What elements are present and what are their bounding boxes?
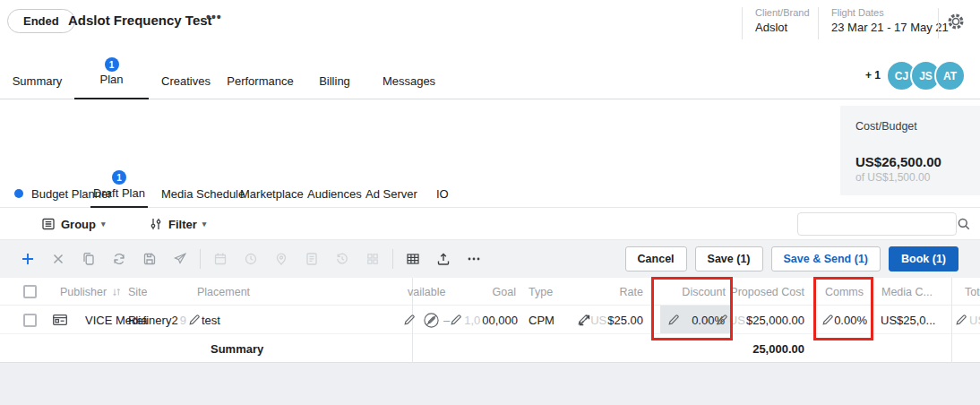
col-header-site[interactable]: Site: [128, 278, 148, 306]
save-icon[interactable]: [134, 240, 165, 278]
pane-divider: [951, 278, 952, 363]
edit-pencil-icon[interactable]: [188, 314, 201, 326]
subtab-audiences-label: Audiences: [307, 187, 362, 201]
tab-billing[interactable]: Billing: [297, 54, 372, 99]
cell-total[interactable]: US: [955, 306, 980, 334]
notes-icon[interactable]: [297, 240, 327, 278]
subtab-draft-plan[interactable]: 1 Draft Plan: [90, 167, 148, 208]
avatar-overflow-count[interactable]: + 1: [865, 69, 881, 82]
summary-proposed-total: 25,000.00: [726, 334, 804, 363]
edit-disabled-icon[interactable]: [423, 306, 440, 334]
subtab-media-schedule-label: Media Schedule: [161, 187, 245, 201]
flight-dates-value: 23 Mar 21 - 17 May 21: [831, 21, 949, 34]
group-dropdown[interactable]: Group ▾: [41, 208, 106, 240]
col-header-publisher-label: Publisher: [60, 286, 107, 298]
avatar-group: CJ JS AT: [886, 60, 966, 91]
cell-rate[interactable]: US$25.00: [573, 306, 643, 334]
col-header-rate[interactable]: Rate: [582, 278, 643, 306]
cell-site-value: Refinery2: [128, 314, 178, 327]
subtab-draft-plan-badge: 1: [112, 170, 126, 185]
col-header-total[interactable]: Tot: [965, 278, 980, 306]
cell-goal-truncated: 1,0: [464, 314, 480, 327]
cell-goal[interactable]: 1,000,000: [446, 306, 518, 334]
tab-billing-label: Billing: [319, 74, 350, 88]
location-icon[interactable]: [266, 240, 297, 278]
search-icon[interactable]: [957, 217, 971, 231]
toolbar-divider: [392, 249, 393, 269]
cell-placement: test: [202, 306, 220, 334]
tab-creatives-label: Creatives: [161, 74, 211, 88]
add-icon[interactable]: [13, 240, 43, 278]
cells-icon[interactable]: [357, 240, 388, 278]
col-header-media-cost[interactable]: Media C...: [881, 278, 933, 306]
tab-performance[interactable]: Performance: [223, 54, 297, 99]
subtab-io[interactable]: IO: [436, 167, 449, 208]
search-input[interactable]: [798, 213, 957, 235]
cell-rate-currency: US: [590, 314, 606, 327]
tab-plan[interactable]: 1 Plan: [74, 54, 149, 99]
book-button[interactable]: Book (1): [889, 246, 959, 271]
cancel-button[interactable]: Cancel: [625, 246, 687, 271]
table-icon[interactable]: [398, 240, 428, 278]
subtab-audiences[interactable]: Audiences: [307, 167, 362, 208]
flight-dates-label: Flight Dates: [831, 7, 949, 18]
subtab-media-schedule[interactable]: Media Schedule: [161, 167, 245, 208]
row-select-cell: [23, 306, 37, 334]
cell-rate-value: $25.00: [607, 314, 643, 327]
annotation-box-discount: [651, 277, 733, 340]
row-checkbox[interactable]: [23, 314, 37, 327]
history-icon[interactable]: [327, 240, 357, 278]
send-icon[interactable]: [165, 240, 195, 278]
avatar[interactable]: AT: [934, 60, 966, 91]
main-tab-bar: Summary 1 Plan Creatives Performance Bil…: [0, 54, 980, 99]
tab-plan-badge: 1: [105, 57, 119, 72]
export-icon[interactable]: [428, 240, 459, 278]
group-label: Group: [61, 218, 96, 231]
edit-pencil-icon[interactable]: [450, 314, 462, 326]
subtab-ad-server-label: Ad Server: [365, 187, 417, 201]
gear-icon[interactable]: [946, 12, 966, 31]
filter-dropdown[interactable]: Filter ▾: [149, 208, 206, 240]
caret-down-icon: ▾: [101, 220, 106, 228]
col-header-proposed-cost[interactable]: Proposed Cost: [728, 278, 804, 306]
duplicate-icon[interactable]: [73, 240, 104, 278]
flight-dates-block: Flight Dates 23 Mar 21 - 17 May 21: [818, 7, 949, 39]
tab-creatives[interactable]: Creatives: [149, 54, 223, 99]
tab-messages[interactable]: Messages: [372, 54, 446, 99]
col-header-type[interactable]: Type: [529, 278, 553, 306]
subtab-ad-server[interactable]: Ad Server: [365, 167, 417, 208]
cell-site-truncated: 9: [180, 314, 186, 327]
save-button[interactable]: Save (1): [695, 246, 763, 271]
col-header-publisher[interactable]: Publisher: [60, 278, 122, 306]
search-box: [797, 212, 957, 236]
cell-proposed-cost[interactable]: US$25,000.00: [726, 306, 804, 334]
sync-icon[interactable]: [104, 240, 134, 278]
subtab-marketplace[interactable]: Marketplace: [240, 167, 304, 208]
sort-icon[interactable]: [111, 287, 122, 297]
more-icon[interactable]: [459, 240, 489, 278]
col-header-available[interactable]: vailable: [408, 278, 445, 306]
toolbar-divider: [200, 249, 201, 269]
col-header-placement[interactable]: Placement: [197, 278, 250, 306]
save-and-send-button[interactable]: Save & Send (1): [771, 246, 881, 271]
select-all-checkbox[interactable]: [23, 285, 37, 298]
edit-pencil-icon[interactable]: [577, 314, 589, 326]
app-window: Ended Adslot Frequency Test ••• Client/B…: [0, 0, 980, 405]
status-badge: Ended: [7, 9, 75, 33]
tab-summary[interactable]: Summary: [0, 54, 74, 99]
cell-proposed-value: $25,000.00: [746, 314, 804, 327]
title-more-menu[interactable]: •••: [206, 10, 222, 24]
clock-icon[interactable]: [236, 240, 266, 278]
tab-plan-label: Plan: [99, 73, 123, 86]
client-brand-block: Client/Brand Adslot: [742, 7, 810, 39]
status-badge-label: Ended: [23, 14, 59, 28]
delete-icon[interactable]: [43, 240, 73, 278]
cell-goal-value: 00,000: [482, 314, 518, 327]
edit-pencil-icon[interactable]: [403, 306, 416, 334]
grid-controls-row: Group ▾ Filter ▾: [0, 208, 980, 240]
col-header-goal[interactable]: Goal: [448, 278, 516, 306]
page-background: [0, 363, 980, 405]
calendar-icon[interactable]: [205, 240, 236, 278]
cost-budget-label: Cost/Budget: [855, 120, 980, 133]
edit-pencil-icon[interactable]: [955, 314, 967, 326]
